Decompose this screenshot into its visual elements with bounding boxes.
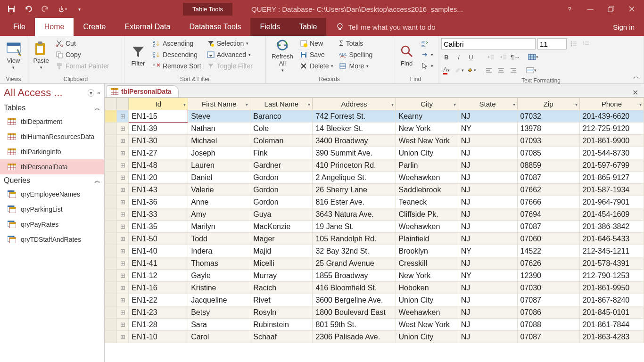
row-selector[interactable] [105,294,117,306]
cell[interactable]: EN1-20 [129,172,188,184]
row-selector[interactable] [105,221,117,233]
cell[interactable]: EN1-39 [129,123,188,135]
save-record-button[interactable]: Save [298,49,335,60]
new-record-button[interactable]: New [298,38,335,49]
nav-dropdown-icon[interactable]: ▾ [88,89,94,97]
cell[interactable]: 201-863-4283 [579,331,644,343]
cell[interactable]: NJ [458,294,517,306]
nav-table-tblParkingInfo[interactable]: tblParkingInfo [0,144,104,159]
cell[interactable]: EN1-16 [129,282,188,294]
cell[interactable]: Jacqueline [188,294,250,306]
cell[interactable]: NJ [458,172,517,184]
cell[interactable]: 07032 [517,110,579,123]
cell[interactable]: Weehawken [396,306,458,319]
expand-row-icon[interactable]: ⊞ [117,184,129,196]
italic-button[interactable]: I [454,52,464,62]
cell[interactable]: Fink [250,147,313,159]
cell[interactable]: 07030 [517,282,579,294]
cell[interactable]: 14 Bleeker St. [313,123,396,135]
table-row[interactable]: ⊞EN1-16KristineRacich416 Bloomfield St.H… [105,282,644,294]
cell[interactable]: 201-964-7901 [579,196,644,208]
row-selector[interactable] [105,319,117,331]
restore-icon[interactable] [602,2,620,16]
cell[interactable]: EN1-48 [129,159,188,172]
cell[interactable]: NJ [458,147,517,159]
filter-button[interactable]: Filter [127,38,149,73]
cell[interactable]: 201-597-6799 [579,159,644,172]
expand-row-icon[interactable]: ⊞ [117,172,129,184]
table-row[interactable]: ⊞EN1-43ValerieGordon26 Sherry LaneSaddle… [105,184,644,196]
cell[interactable]: 201-861-9950 [579,282,644,294]
cell[interactable]: NJ [458,233,517,245]
cell[interactable]: EN1-33 [129,208,188,221]
cell[interactable]: Saddlebrook [396,184,458,196]
cell[interactable]: Michael [188,135,250,147]
cell[interactable]: EN1-30 [129,135,188,147]
font-color-button[interactable]: A▾ [441,65,452,75]
tab-create[interactable]: Create [74,18,115,36]
cell[interactable]: 816 Ester Ave. [313,196,396,208]
cell[interactable]: 25 Grand Avenue [313,257,396,270]
column-header-phone[interactable]: Phone▾ [579,98,644,110]
expand-row-icon[interactable]: ⊞ [117,221,129,233]
column-filter-icon[interactable]: ▾ [246,101,248,107]
table-row[interactable]: ⊞EN1-22JacquelineRivet3600 Bergeline Ave… [105,294,644,306]
cell[interactable]: Marilyn [188,221,250,233]
nav-table-tblHumanResourcesData[interactable]: tblHumanResourcesData [0,129,104,144]
close-icon[interactable] [622,2,641,16]
cell[interactable]: 3400 Broadway [313,135,396,147]
bold-button[interactable]: B [441,52,452,62]
cell[interactable]: Rosyln [250,306,313,319]
refresh-all-button[interactable]: Refresh All▾ [269,38,296,73]
cell[interactable]: 08859 [517,159,579,172]
table-row[interactable]: ⊞EN1-36AnneGordon816 Ester Ave.TeaneckNJ… [105,196,644,208]
row-selector[interactable] [105,257,117,270]
cell[interactable]: NJ [458,184,517,196]
cell[interactable]: EN1-10 [129,331,188,343]
cell[interactable]: Amy [188,208,250,221]
cell[interactable]: 201-865-9127 [579,172,644,184]
select-button[interactable]: ▾ [419,60,435,72]
column-header-address[interactable]: Address▾ [313,98,396,110]
alternate-row-color-button[interactable]: ▾ [526,65,537,75]
column-header-state[interactable]: State▾ [458,98,517,110]
touch-mode-icon[interactable]: ▾ [56,2,69,16]
nav-section-tables[interactable]: Tables︽ [0,102,104,114]
cell[interactable]: Lauren [188,159,250,172]
cell[interactable]: NY [458,123,517,135]
cut-button[interactable]: Cut [54,38,111,49]
cell[interactable]: NJ [458,135,517,147]
cell[interactable]: EN1-43 [129,184,188,196]
cell[interactable]: 201-861-7844 [579,319,644,331]
row-selector[interactable] [105,233,117,245]
nav-query-qryParkingList[interactable]: qryParkingList [0,202,104,217]
nav-query-qryEmployeeNames[interactable]: qryEmployeeNames [0,187,104,202]
cell[interactable]: Cresskill [396,257,458,270]
fill-color-button[interactable]: ▾ [466,65,476,75]
expand-row-icon[interactable]: ⊞ [117,147,129,159]
cell[interactable]: NJ [458,196,517,208]
cell[interactable]: 07086 [517,306,579,319]
help-icon[interactable]: ? [560,2,579,16]
column-filter-icon[interactable]: ▾ [639,101,642,107]
cell[interactable]: 07087 [517,331,579,343]
cell[interactable]: 07662 [517,184,579,196]
goto-button[interactable]: ▾ [419,49,435,60]
expand-row-icon[interactable]: ⊞ [117,159,129,172]
table-row[interactable]: ⊞EN1-40InderaMajid32 Bay 32nd St.Brookly… [105,245,644,257]
cell[interactable]: Union City [396,331,458,343]
cell[interactable]: 1800 Boulevard East [313,306,396,319]
cell[interactable]: 201-845-0101 [579,306,644,319]
cell[interactable]: 07085 [517,147,579,159]
cell[interactable]: Todd [188,233,250,245]
align-left-button[interactable] [484,65,494,75]
cell[interactable]: Union City [396,147,458,159]
cell[interactable]: 201-544-8730 [579,147,644,159]
cell[interactable]: 07626 [517,257,579,270]
cell[interactable]: 14522 [517,245,579,257]
cell[interactable]: EN1-23 [129,306,188,319]
cell[interactable]: 201-439-6620 [579,110,644,123]
table-row[interactable]: ⊞EN1-27JosephFink390 Summit Ave.Union Ci… [105,147,644,159]
cell[interactable]: Coleman [250,135,313,147]
row-selector[interactable] [105,110,117,123]
